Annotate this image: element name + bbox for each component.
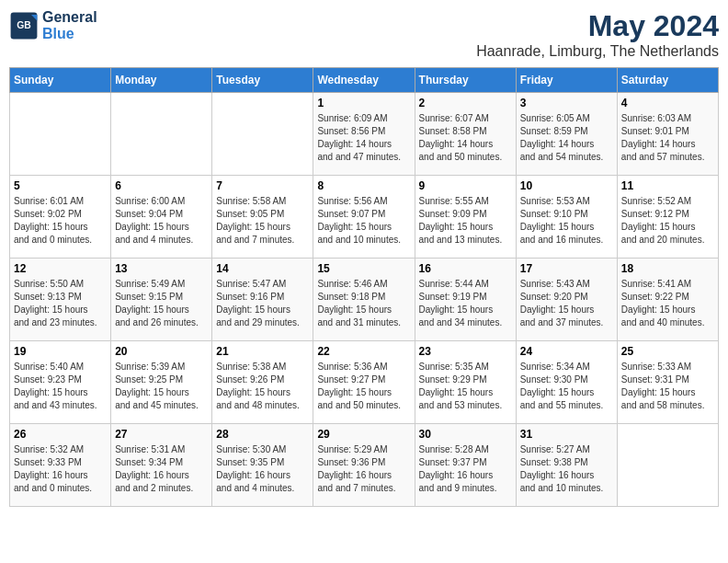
day-info: Sunrise: 5:38 AMSunset: 9:26 PMDaylight:…	[216, 361, 309, 412]
day-number: 6	[115, 179, 208, 192]
day-number: 10	[520, 179, 613, 192]
day-number: 21	[216, 345, 309, 358]
calendar-day-cell: 7Sunrise: 5:58 AMSunset: 9:05 PMDaylight…	[212, 176, 313, 259]
day-info: Sunrise: 5:44 AMSunset: 9:19 PMDaylight:…	[419, 278, 512, 329]
weekday-header-cell: Wednesday	[313, 68, 415, 93]
calendar-day-cell	[111, 93, 212, 176]
day-number: 17	[520, 262, 613, 275]
calendar-day-cell: 28Sunrise: 5:30 AMSunset: 9:35 PMDayligh…	[212, 424, 313, 507]
day-number: 2	[419, 97, 512, 109]
day-number: 1	[317, 97, 410, 109]
svg-text:GB: GB	[17, 20, 31, 30]
weekday-header-cell: Monday	[111, 68, 212, 93]
weekday-header-cell: Thursday	[415, 68, 516, 93]
day-number: 11	[621, 179, 714, 192]
day-info: Sunrise: 5:27 AMSunset: 9:38 PMDaylight:…	[520, 443, 613, 495]
day-info: Sunrise: 5:32 AMSunset: 9:33 PMDaylight:…	[14, 443, 107, 495]
day-number: 16	[419, 262, 512, 275]
day-info: Sunrise: 5:39 AMSunset: 9:25 PMDaylight:…	[115, 361, 208, 412]
calendar-day-cell: 2Sunrise: 6:07 AMSunset: 8:58 PMDaylight…	[415, 93, 516, 176]
title-block: May 2024 Haanrade, Limburg, The Netherla…	[476, 9, 719, 60]
calendar-week-row: 1Sunrise: 6:09 AMSunset: 8:56 PMDaylight…	[10, 93, 719, 176]
day-info: Sunrise: 6:07 AMSunset: 8:58 PMDaylight:…	[419, 112, 512, 164]
calendar-body: 1Sunrise: 6:09 AMSunset: 8:56 PMDaylight…	[10, 93, 719, 507]
month-title: May 2024	[476, 9, 719, 43]
day-info: Sunrise: 5:41 AMSunset: 9:22 PMDaylight:…	[621, 278, 714, 329]
calendar-table: SundayMondayTuesdayWednesdayThursdayFrid…	[9, 67, 719, 507]
calendar-day-cell: 17Sunrise: 5:43 AMSunset: 9:20 PMDayligh…	[516, 259, 617, 341]
day-info: Sunrise: 5:36 AMSunset: 9:27 PMDaylight:…	[317, 361, 410, 412]
day-info: Sunrise: 5:34 AMSunset: 9:30 PMDaylight:…	[520, 361, 613, 412]
day-number: 22	[317, 345, 410, 358]
day-number: 28	[216, 428, 309, 441]
calendar-day-cell: 20Sunrise: 5:39 AMSunset: 9:25 PMDayligh…	[111, 341, 212, 424]
logo-blue: Blue	[42, 26, 74, 41]
calendar-day-cell: 23Sunrise: 5:35 AMSunset: 9:29 PMDayligh…	[415, 341, 516, 424]
calendar-day-cell: 10Sunrise: 5:53 AMSunset: 9:10 PMDayligh…	[516, 176, 617, 259]
day-info: Sunrise: 5:47 AMSunset: 9:16 PMDaylight:…	[216, 278, 309, 329]
day-info: Sunrise: 5:43 AMSunset: 9:20 PMDaylight:…	[520, 278, 613, 329]
calendar-day-cell: 25Sunrise: 5:33 AMSunset: 9:31 PMDayligh…	[617, 341, 718, 424]
day-info: Sunrise: 5:28 AMSunset: 9:37 PMDaylight:…	[419, 443, 512, 495]
day-number: 30	[419, 428, 512, 441]
calendar-day-cell: 11Sunrise: 5:52 AMSunset: 9:12 PMDayligh…	[617, 176, 718, 259]
page-header: GB General Blue May 2024 Haanrade, Limbu…	[9, 9, 719, 60]
day-number: 24	[520, 345, 613, 358]
day-number: 12	[14, 262, 107, 275]
day-info: Sunrise: 5:31 AMSunset: 9:34 PMDaylight:…	[115, 443, 208, 495]
day-info: Sunrise: 5:29 AMSunset: 9:36 PMDaylight:…	[317, 443, 410, 495]
day-number: 25	[621, 345, 714, 358]
calendar-week-row: 5Sunrise: 6:01 AMSunset: 9:02 PMDaylight…	[10, 176, 719, 259]
day-number: 8	[317, 179, 410, 192]
calendar-day-cell: 4Sunrise: 6:03 AMSunset: 9:01 PMDaylight…	[617, 93, 718, 176]
calendar-day-cell: 24Sunrise: 5:34 AMSunset: 9:30 PMDayligh…	[516, 341, 617, 424]
calendar-day-cell: 9Sunrise: 5:55 AMSunset: 9:09 PMDaylight…	[415, 176, 516, 259]
weekday-header-cell: Saturday	[617, 68, 718, 93]
weekday-header-cell: Sunday	[10, 68, 111, 93]
calendar-day-cell: 5Sunrise: 6:01 AMSunset: 9:02 PMDaylight…	[10, 176, 111, 259]
day-number: 31	[520, 428, 613, 441]
calendar-week-row: 12Sunrise: 5:50 AMSunset: 9:13 PMDayligh…	[10, 259, 719, 341]
calendar-day-cell: 15Sunrise: 5:46 AMSunset: 9:18 PMDayligh…	[313, 259, 415, 341]
day-info: Sunrise: 6:09 AMSunset: 8:56 PMDaylight:…	[317, 112, 410, 164]
day-info: Sunrise: 5:53 AMSunset: 9:10 PMDaylight:…	[520, 195, 613, 247]
logo-text: General Blue	[42, 9, 97, 41]
day-number: 29	[317, 428, 410, 441]
calendar-day-cell: 1Sunrise: 6:09 AMSunset: 8:56 PMDaylight…	[313, 93, 415, 176]
calendar-day-cell: 30Sunrise: 5:28 AMSunset: 9:37 PMDayligh…	[415, 424, 516, 507]
day-info: Sunrise: 5:56 AMSunset: 9:07 PMDaylight:…	[317, 195, 410, 247]
calendar-day-cell: 13Sunrise: 5:49 AMSunset: 9:15 PMDayligh…	[111, 259, 212, 341]
day-info: Sunrise: 5:50 AMSunset: 9:13 PMDaylight:…	[14, 278, 107, 329]
day-number: 23	[419, 345, 512, 358]
day-number: 27	[115, 428, 208, 441]
day-info: Sunrise: 6:03 AMSunset: 9:01 PMDaylight:…	[621, 112, 714, 164]
day-info: Sunrise: 5:40 AMSunset: 9:23 PMDaylight:…	[14, 361, 107, 412]
calendar-day-cell: 6Sunrise: 6:00 AMSunset: 9:04 PMDaylight…	[111, 176, 212, 259]
day-info: Sunrise: 6:01 AMSunset: 9:02 PMDaylight:…	[14, 195, 107, 247]
day-number: 14	[216, 262, 309, 275]
calendar-day-cell: 31Sunrise: 5:27 AMSunset: 9:38 PMDayligh…	[516, 424, 617, 507]
calendar-day-cell: 12Sunrise: 5:50 AMSunset: 9:13 PMDayligh…	[10, 259, 111, 341]
calendar-day-cell	[10, 93, 111, 176]
logo-icon: GB	[9, 11, 39, 40]
calendar-day-cell: 27Sunrise: 5:31 AMSunset: 9:34 PMDayligh…	[111, 424, 212, 507]
weekday-header-cell: Friday	[516, 68, 617, 93]
day-info: Sunrise: 6:05 AMSunset: 8:59 PMDaylight:…	[520, 112, 613, 164]
calendar-day-cell: 19Sunrise: 5:40 AMSunset: 9:23 PMDayligh…	[10, 341, 111, 424]
calendar-day-cell	[617, 424, 718, 507]
day-number: 26	[14, 428, 107, 441]
calendar-day-cell: 8Sunrise: 5:56 AMSunset: 9:07 PMDaylight…	[313, 176, 415, 259]
calendar-week-row: 26Sunrise: 5:32 AMSunset: 9:33 PMDayligh…	[10, 424, 719, 507]
calendar-day-cell: 16Sunrise: 5:44 AMSunset: 9:19 PMDayligh…	[415, 259, 516, 341]
day-number: 13	[115, 262, 208, 275]
day-info: Sunrise: 5:58 AMSunset: 9:05 PMDaylight:…	[216, 195, 309, 247]
weekday-header-cell: Tuesday	[212, 68, 313, 93]
day-number: 19	[14, 345, 107, 358]
day-info: Sunrise: 5:35 AMSunset: 9:29 PMDaylight:…	[419, 361, 512, 412]
day-number: 15	[317, 262, 410, 275]
day-info: Sunrise: 5:49 AMSunset: 9:15 PMDaylight:…	[115, 278, 208, 329]
calendar-day-cell	[212, 93, 313, 176]
logo-general: General	[42, 9, 97, 25]
day-number: 9	[419, 179, 512, 192]
location-title: Haanrade, Limburg, The Netherlands	[476, 43, 719, 60]
